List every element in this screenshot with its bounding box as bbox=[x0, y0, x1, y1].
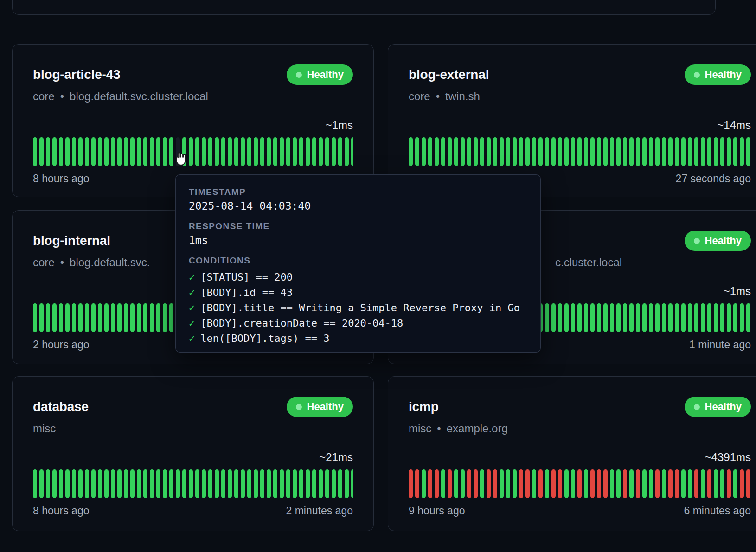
health-bar[interactable] bbox=[474, 137, 478, 166]
health-bar[interactable] bbox=[616, 303, 621, 332]
health-bar[interactable] bbox=[72, 469, 76, 498]
health-bar[interactable] bbox=[130, 303, 135, 332]
health-bar[interactable] bbox=[649, 303, 653, 332]
health-bar[interactable] bbox=[603, 469, 608, 498]
health-bar[interactable] bbox=[610, 303, 614, 332]
health-bar[interactable] bbox=[571, 469, 575, 498]
health-bar[interactable] bbox=[208, 137, 212, 166]
service-card[interactable]: database Healthy misc ~21ms 8 hours ago … bbox=[12, 376, 374, 531]
health-bar[interactable] bbox=[351, 469, 353, 498]
health-bar[interactable] bbox=[720, 137, 724, 166]
health-bar[interactable] bbox=[551, 303, 556, 332]
health-bar[interactable] bbox=[720, 469, 724, 498]
health-bar[interactable] bbox=[636, 137, 640, 166]
health-bar[interactable] bbox=[642, 137, 647, 166]
health-bar[interactable] bbox=[85, 469, 89, 498]
health-bar[interactable] bbox=[163, 137, 167, 166]
health-bar[interactable] bbox=[156, 303, 160, 332]
health-bar[interactable] bbox=[603, 137, 608, 166]
health-bar[interactable] bbox=[435, 469, 439, 498]
health-bar[interactable] bbox=[306, 137, 310, 166]
health-bar[interactable] bbox=[312, 137, 316, 166]
health-bar[interactable] bbox=[98, 137, 102, 166]
health-bar[interactable] bbox=[655, 137, 660, 166]
health-bar[interactable] bbox=[78, 137, 83, 166]
health-bar[interactable] bbox=[662, 137, 666, 166]
health-bar[interactable] bbox=[506, 469, 510, 498]
health-bar[interactable] bbox=[137, 469, 141, 498]
health-bar[interactable] bbox=[202, 137, 206, 166]
health-bar[interactable] bbox=[124, 469, 128, 498]
health-bar[interactable] bbox=[117, 469, 122, 498]
health-bar[interactable] bbox=[247, 469, 251, 498]
health-bar[interactable] bbox=[78, 303, 83, 332]
health-bar[interactable] bbox=[428, 469, 432, 498]
health-bar[interactable] bbox=[91, 137, 96, 166]
health-bar[interactable] bbox=[519, 469, 523, 498]
health-bar[interactable] bbox=[332, 469, 336, 498]
health-bar[interactable] bbox=[228, 137, 232, 166]
health-bar[interactable] bbox=[714, 469, 718, 498]
health-bar[interactable] bbox=[351, 137, 353, 166]
health-bar[interactable] bbox=[150, 137, 154, 166]
health-bar[interactable] bbox=[52, 137, 57, 166]
health-bar[interactable] bbox=[662, 303, 666, 332]
health-bar[interactable] bbox=[325, 469, 329, 498]
health-bar[interactable] bbox=[629, 303, 634, 332]
health-bar[interactable] bbox=[234, 469, 238, 498]
health-bar[interactable] bbox=[195, 469, 199, 498]
health-bar[interactable] bbox=[189, 469, 193, 498]
health-bar[interactable] bbox=[156, 469, 160, 498]
health-bar[interactable] bbox=[59, 303, 63, 332]
service-card[interactable]: icmp Healthy misc•example.org ~4391ms 9 … bbox=[388, 376, 756, 531]
health-bar[interactable] bbox=[558, 469, 562, 498]
health-bar[interactable] bbox=[519, 137, 523, 166]
health-bar[interactable] bbox=[234, 137, 238, 166]
health-bar[interactable] bbox=[480, 469, 484, 498]
health-bar[interactable] bbox=[415, 137, 419, 166]
health-bar[interactable] bbox=[46, 469, 50, 498]
health-bar[interactable] bbox=[143, 469, 147, 498]
health-bar[interactable] bbox=[306, 469, 310, 498]
health-bar[interactable] bbox=[577, 137, 582, 166]
health-bar[interactable] bbox=[513, 469, 517, 498]
health-bar[interactable] bbox=[137, 303, 141, 332]
health-bar[interactable] bbox=[558, 303, 562, 332]
health-bar[interactable] bbox=[506, 137, 510, 166]
health-bar[interactable] bbox=[493, 137, 497, 166]
health-bar[interactable] bbox=[545, 137, 549, 166]
health-bar[interactable] bbox=[629, 469, 634, 498]
health-bar[interactable] bbox=[111, 137, 115, 166]
health-bar[interactable] bbox=[260, 137, 264, 166]
health-bar[interactable] bbox=[150, 303, 154, 332]
health-bar[interactable] bbox=[746, 469, 750, 498]
health-bar[interactable] bbox=[428, 137, 432, 166]
health-bar[interactable] bbox=[584, 303, 588, 332]
health-bar[interactable] bbox=[409, 137, 413, 166]
health-bar[interactable] bbox=[701, 137, 705, 166]
health-bar[interactable] bbox=[85, 303, 89, 332]
health-bar[interactable] bbox=[195, 137, 199, 166]
health-bar[interactable] bbox=[273, 137, 277, 166]
health-bar[interactable] bbox=[117, 303, 122, 332]
health-bar[interactable] bbox=[91, 303, 96, 332]
health-bar[interactable] bbox=[415, 469, 419, 498]
health-bar[interactable] bbox=[474, 469, 478, 498]
health-bar[interactable] bbox=[143, 137, 147, 166]
health-bar[interactable] bbox=[616, 469, 621, 498]
health-bar[interactable] bbox=[675, 137, 679, 166]
health-bar[interactable] bbox=[577, 303, 582, 332]
health-bar[interactable] bbox=[215, 137, 219, 166]
health-bar[interactable] bbox=[117, 137, 122, 166]
health-bar[interactable] bbox=[104, 137, 109, 166]
health-bar[interactable] bbox=[675, 469, 679, 498]
health-bar[interactable] bbox=[590, 137, 595, 166]
health-bar[interactable] bbox=[91, 469, 96, 498]
health-bar[interactable] bbox=[655, 303, 660, 332]
health-bar[interactable] bbox=[714, 137, 718, 166]
health-bar[interactable] bbox=[681, 303, 686, 332]
health-bar[interactable] bbox=[480, 137, 484, 166]
health-bar[interactable] bbox=[461, 137, 465, 166]
health-bar[interactable] bbox=[65, 469, 70, 498]
health-bar[interactable] bbox=[448, 137, 452, 166]
